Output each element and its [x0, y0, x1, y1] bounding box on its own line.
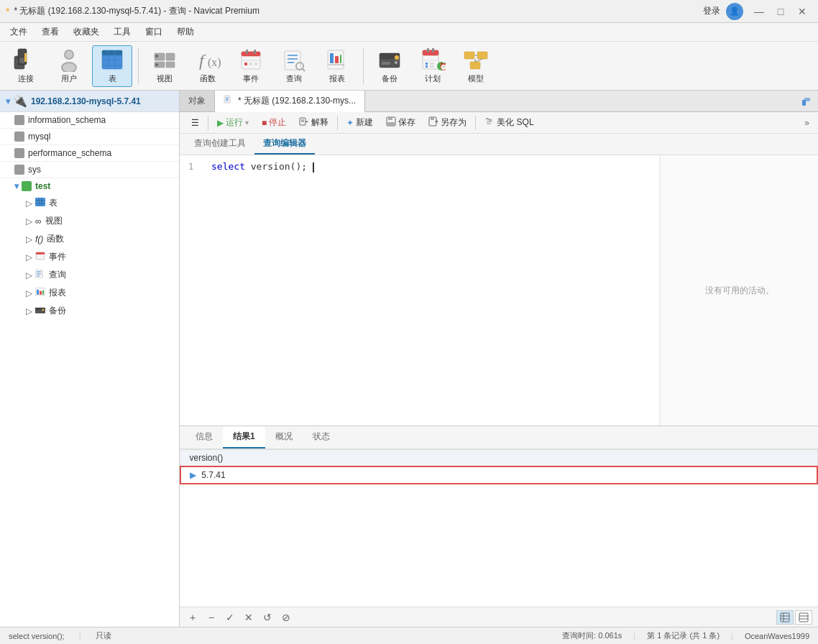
sidebar-item-backup[interactable]: ▷ 备份 — [0, 302, 179, 320]
status-bar: select version(); | 只读 查询时间: 0.061s | 第 … — [0, 627, 818, 644]
svg-point-47 — [395, 61, 397, 64]
menu-favorites[interactable]: 收藏夹 — [66, 24, 106, 40]
new-tab-button[interactable] — [795, 91, 818, 111]
conn-expand-arrow: ▾ — [6, 96, 10, 106]
new-label: 新建 — [356, 116, 373, 129]
svg-rect-59 — [464, 52, 474, 59]
toolbar-user[interactable]: 用户 — [49, 45, 89, 87]
close-button[interactable]: ✕ — [792, 4, 812, 19]
toolbar-event[interactable]: 事件 — [231, 45, 271, 87]
test-db-icon — [22, 181, 32, 191]
menu-view[interactable]: 查看 — [35, 24, 66, 40]
explain-button[interactable]: 解释 — [293, 114, 334, 131]
save-button[interactable]: 保存 — [380, 114, 421, 131]
toolbar-model[interactable]: 模型 — [456, 45, 496, 87]
sidebar-connection[interactable]: ▾ 🔌 192.168.2.130-mysql-5.7.41 — [0, 91, 179, 112]
status-sep-3: | — [731, 632, 733, 640]
svg-rect-78 — [40, 291, 42, 295]
query-sub-icon — [35, 270, 45, 280]
sidebar-item-report[interactable]: ▷ 报表 — [0, 284, 179, 302]
menu-file[interactable]: 文件 — [3, 24, 35, 40]
sidebar-db-mysql[interactable]: mysql — [0, 129, 179, 145]
toolbar-report[interactable]: 报表 — [317, 45, 357, 87]
results-content: version() ▶ 5.7.41 — [180, 449, 818, 607]
sidebar-db-sys[interactable]: sys — [0, 162, 179, 178]
filter-button[interactable]: ⊘ — [279, 610, 293, 625]
add-record-button[interactable]: + — [185, 610, 200, 625]
model-icon — [463, 47, 489, 72]
svg-text:f: f — [199, 51, 206, 70]
expand-arrow-backup: ▷ — [26, 306, 32, 316]
svg-rect-54 — [430, 63, 434, 65]
menu-help[interactable]: 帮助 — [170, 24, 201, 40]
refresh-button[interactable]: ↺ — [260, 610, 275, 625]
line-content-1: select version(); — [211, 161, 314, 172]
svg-rect-93 — [388, 117, 392, 120]
list-view-button[interactable] — [795, 610, 812, 625]
test-db-label: test — [35, 181, 50, 191]
main-area: ▾ 🔌 192.168.2.130-mysql-5.7.41 informati… — [0, 91, 818, 627]
maximize-button[interactable]: □ — [771, 4, 791, 19]
toolbar-backup[interactable]: 备份 — [369, 45, 410, 87]
toolbar-connect[interactable]: 连接 — [6, 45, 46, 87]
hamburger-menu-button[interactable]: ☰ — [185, 116, 205, 130]
menu-window[interactable]: 窗口 — [138, 24, 170, 40]
save-as-button[interactable]: 另存为 — [423, 114, 472, 131]
query-editor-tab[interactable]: 查询编辑器 — [254, 134, 315, 155]
run-icon: ▶ — [217, 118, 224, 128]
results-tabs: 信息 结果1 概况 状态 — [180, 426, 818, 449]
menu-tools[interactable]: 工具 — [106, 24, 138, 40]
sql-editor[interactable]: 1 select version(); — [180, 155, 660, 426]
toolbar-table[interactable]: 表 — [92, 45, 132, 87]
toolbar-plan[interactable]: ⏰ 计划 — [413, 45, 453, 87]
svg-rect-46 — [382, 62, 390, 65]
user-avatar[interactable]: 👤 — [726, 3, 743, 20]
beautify-button[interactable]: 美化 SQL — [479, 114, 539, 131]
qt-expand-button[interactable]: » — [801, 115, 812, 131]
results-table: version() ▶ 5.7.41 — [180, 449, 818, 484]
table-row[interactable]: ▶ 5.7.41 — [180, 466, 817, 484]
view-mode-buttons — [776, 610, 812, 625]
db-label-sys: sys — [28, 165, 41, 175]
minimize-button[interactable]: — — [749, 4, 769, 19]
db-icon-performance-schema — [14, 148, 24, 158]
run-dropdown-arrow: ▾ — [245, 119, 249, 126]
qt-sep-3 — [475, 116, 476, 130]
connect-icon — [13, 47, 39, 72]
db-label-information-schema: information_schema — [28, 115, 106, 125]
query-tab-icon — [224, 95, 234, 107]
svg-line-64 — [475, 59, 482, 62]
sidebar-db-test[interactable]: ▾ test — [0, 178, 179, 194]
stop-button[interactable]: ■ 停止 — [256, 114, 292, 131]
query-builder-tab[interactable]: 查询创建工具 — [185, 134, 254, 155]
status-sql: select version(); — [9, 632, 65, 640]
sidebar-item-view[interactable]: ▷ ∞ 视图 — [0, 212, 179, 230]
event-sub-label: 事件 — [49, 251, 66, 263]
sidebar-item-event[interactable]: ▷ 事件 — [0, 248, 179, 266]
confirm-button[interactable]: ✓ — [223, 610, 237, 625]
run-button[interactable]: ▶ 运行 ▾ — [211, 114, 254, 131]
new-query-button[interactable]: ✦ 新建 — [341, 114, 379, 131]
sidebar-item-function[interactable]: ▷ f() 函数 — [0, 230, 179, 248]
toolbar-function[interactable]: f (x) 函数 — [188, 45, 228, 87]
query-tab[interactable]: * 无标题 (192.168.2.130-mys... — [215, 91, 365, 112]
object-tab[interactable]: 对象 — [180, 91, 215, 111]
sidebar-db-information-schema[interactable]: information_schema — [0, 112, 179, 129]
login-button[interactable]: 登录 — [703, 5, 720, 17]
sidebar-item-table[interactable]: ▷ 表 — [0, 194, 179, 212]
results-tab-info[interactable]: 信息 — [185, 426, 223, 448]
results-tab-overview[interactable]: 概况 — [265, 426, 303, 448]
grid-view-button[interactable] — [776, 610, 794, 625]
svg-text:⏰: ⏰ — [439, 62, 446, 71]
sidebar-db-performance-schema[interactable]: performance_schema — [0, 145, 179, 162]
toolbar-query[interactable]: 查询 — [274, 45, 314, 87]
delete-record-button[interactable]: − — [204, 610, 219, 625]
results-tab-status[interactable]: 状态 — [303, 426, 340, 448]
qt-sep-2 — [337, 116, 338, 130]
svg-rect-53 — [426, 63, 428, 65]
cancel-edit-button[interactable]: ✕ — [242, 610, 256, 625]
expand-arrow-func: ▷ — [26, 234, 32, 244]
results-tab-result1[interactable]: 结果1 — [223, 426, 265, 448]
sidebar-item-query[interactable]: ▷ 查询 — [0, 266, 179, 284]
toolbar-view[interactable]: 视图 — [144, 45, 185, 87]
